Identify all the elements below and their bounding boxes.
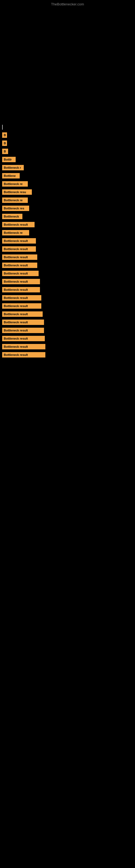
bottleneck-result-badge: Bottleneck re — [2, 197, 28, 203]
bottleneck-result-badge: Bottleneck result — [2, 246, 36, 252]
bottleneck-result-badge: Bottleneck result — [2, 344, 45, 349]
bottleneck-result-badge: Bottleneck — [2, 214, 22, 219]
bottleneck-result-badge: Bottleneck result — [2, 287, 40, 292]
bottleneck-result-badge: Bottleneck res — [2, 206, 29, 211]
list-item: B — [2, 132, 133, 138]
list-item: Bottleneck result — [2, 352, 133, 358]
bottleneck-result-badge: Bottleneck resu — [2, 189, 32, 195]
cursor-indicator — [2, 125, 3, 130]
list-item: Bottleneck res — [2, 206, 133, 211]
bottleneck-result-badge: Bottleneck result — [2, 295, 41, 301]
list-item: Bottleneck r — [2, 165, 133, 170]
list-item: Bottleneck — [2, 214, 133, 219]
results-container: BBBBottlrBottleneck rBottleneBottleneck … — [0, 125, 135, 360]
bottleneck-result-badge: Bottlr — [2, 157, 16, 162]
list-item: Bottleneck re — [2, 181, 133, 187]
bottleneck-result-badge: Bottleneck result — [2, 262, 37, 268]
bottleneck-result-badge: Bottleneck result — [2, 254, 37, 260]
list-item: Bottleneck re — [2, 197, 133, 203]
list-item: Bottlr — [2, 157, 133, 162]
list-item: Bottleneck result — [2, 238, 133, 244]
bottleneck-result-badge: B — [2, 141, 7, 146]
list-item: Bottleneck result — [2, 336, 133, 341]
bottleneck-result-badge: Bottleneck result — [2, 303, 41, 309]
list-item: Bottleneck result — [2, 254, 133, 260]
list-item: Bottleneck result — [2, 246, 133, 252]
bottleneck-result-badge: B — [2, 149, 8, 154]
site-title: TheBottlenecker.com — [51, 2, 84, 6]
list-item: Bottleneck result — [2, 311, 133, 317]
bottleneck-result-badge: Bottleneck re — [2, 230, 29, 236]
bottleneck-result-badge: Bottleneck result — [2, 336, 45, 341]
bottleneck-result-badge: Bottleneck result — [2, 328, 44, 333]
bottleneck-result-badge: Bottleneck result — [2, 238, 36, 244]
list-item: Bottleneck result — [2, 287, 133, 292]
list-item: Bottleneck result — [2, 344, 133, 349]
list-item: Bottleneck result — [2, 222, 133, 227]
list-item: Bottleneck result — [2, 295, 133, 301]
bottleneck-result-badge: Bottleneck result — [2, 352, 45, 358]
list-item: B — [2, 149, 133, 154]
bottleneck-result-badge: Bottleneck result — [2, 222, 35, 227]
bottleneck-result-badge: Bottleneck r — [2, 165, 24, 170]
list-item: B — [2, 141, 133, 146]
bottleneck-result-badge: Bottleneck result — [2, 271, 39, 276]
bottleneck-result-badge: Bottleneck re — [2, 181, 28, 187]
bottleneck-result-badge: Bottlene — [2, 173, 20, 179]
list-item: Bottleneck result — [2, 271, 133, 276]
bottleneck-result-badge: Bottleneck result — [2, 319, 44, 325]
list-item: Bottleneck result — [2, 279, 133, 284]
list-item: Bottleneck re — [2, 230, 133, 236]
bottleneck-result-badge: B — [2, 132, 7, 138]
list-item: Bottleneck result — [2, 303, 133, 309]
bottleneck-result-badge: Bottleneck result — [2, 311, 43, 317]
list-item — [2, 125, 133, 130]
bottleneck-result-badge: Bottleneck result — [2, 279, 40, 284]
list-item: Bottleneck result — [2, 319, 133, 325]
list-item: Bottlene — [2, 173, 133, 179]
list-item: Bottleneck result — [2, 262, 133, 268]
list-item: Bottleneck result — [2, 328, 133, 333]
list-item: Bottleneck resu — [2, 189, 133, 195]
